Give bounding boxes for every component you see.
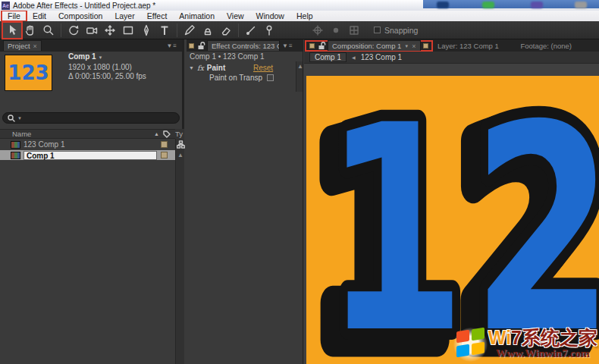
param-label: Paint on Transp xyxy=(209,74,262,82)
puppet-pin-tool-icon[interactable] xyxy=(260,23,278,38)
desktop-icon-blob xyxy=(575,2,587,8)
workspace: Project × ▼≡ 123 Comp 1 ▼ 1920 x 1080 (1… xyxy=(0,39,599,364)
menu-view[interactable]: View xyxy=(221,11,250,21)
toolbar-separator xyxy=(61,24,61,37)
fx-badge: fx xyxy=(197,64,204,72)
item-name-field[interactable]: Comp 1 xyxy=(24,151,157,160)
column-name[interactable]: Name xyxy=(12,130,31,138)
axis-mode-view-icon xyxy=(345,23,363,38)
label-color-swatch[interactable] xyxy=(161,152,168,158)
lock-icon[interactable] xyxy=(317,41,326,50)
app-icon: Ae xyxy=(2,2,10,10)
composition-panel: Composition: Comp 1 ▼ × Layer: 123 Comp … xyxy=(304,39,599,364)
rotation-tool-icon[interactable] xyxy=(64,23,83,38)
search-input[interactable]: ▼ xyxy=(2,112,180,124)
project-tabbar: Project × ▼≡ xyxy=(0,39,182,52)
scroll-up-icon[interactable]: ▲ xyxy=(297,63,303,70)
desktop-background-sliver xyxy=(423,0,599,8)
comp-artwork-123: 123 123 xyxy=(306,97,599,364)
snapping-checkbox[interactable] xyxy=(374,27,381,33)
lock-icon[interactable] xyxy=(196,41,205,50)
mask-shape-tool-icon[interactable] xyxy=(119,23,137,38)
brush-tool-icon[interactable] xyxy=(180,23,199,38)
menu-edit[interactable]: Edit xyxy=(27,11,52,21)
project-row-123-comp-1[interactable]: 123 Comp 1 xyxy=(0,140,175,149)
twirl-open-icon[interactable]: ▼ xyxy=(189,65,194,71)
panel-menu-icon[interactable]: ▼≡ xyxy=(166,42,177,49)
menu-effect[interactable]: Effect xyxy=(141,11,174,21)
pan-behind-tool-icon[interactable] xyxy=(101,23,119,38)
panel-grabber[interactable] xyxy=(423,43,428,49)
composition-thumbnail[interactable]: 123 xyxy=(5,55,52,91)
search-options-icon[interactable]: ▼ xyxy=(17,116,22,121)
watermark-text: Wi7系统之家 Www.Winwin7.com xyxy=(488,328,597,360)
label-color-swatch[interactable] xyxy=(161,141,168,148)
toolbar-separator xyxy=(238,24,239,37)
menu-file[interactable]: File xyxy=(2,11,27,21)
windows-logo-icon xyxy=(453,326,488,362)
close-icon[interactable]: × xyxy=(33,41,37,52)
close-icon[interactable]: × xyxy=(412,41,416,52)
tab-footage[interactable]: Footage: (none) xyxy=(520,42,572,50)
tab-project[interactable]: Project × xyxy=(3,40,42,51)
watermark: Wi7系统之家 Www.Winwin7.com xyxy=(453,326,597,362)
tab-composition[interactable]: Composition: Comp 1 ▼ × xyxy=(328,40,421,51)
selection-tool-icon[interactable] xyxy=(3,23,21,38)
effect-paint-row[interactable]: ▼ fx Paint Reset xyxy=(187,63,296,73)
breadcrumb-parent[interactable]: 123 Comp 1 xyxy=(361,53,402,61)
roto-brush-tool-icon[interactable] xyxy=(242,23,260,38)
composition-icon xyxy=(11,141,20,149)
panel-grabber[interactable] xyxy=(189,43,194,49)
eraser-tool-icon[interactable] xyxy=(217,23,235,38)
breadcrumb-arrow-icon: ◀ xyxy=(352,55,356,60)
desktop-icon-blob xyxy=(482,2,494,8)
panel-menu-icon[interactable]: ▼≡ xyxy=(282,42,293,49)
menu-window[interactable]: Window xyxy=(250,11,290,21)
menu-layer[interactable]: Layer xyxy=(108,11,140,21)
scroll-up-icon[interactable]: ▲ xyxy=(177,152,183,158)
toolbar-separator xyxy=(177,24,177,37)
chevron-down-icon[interactable]: ▼ xyxy=(404,41,409,52)
type-tool-icon[interactable] xyxy=(155,23,174,38)
desktop-icon-blob xyxy=(437,2,449,8)
snapping-label: Snapping xyxy=(384,26,418,35)
tab-effect-controls[interactable]: Effect Controls: 123 C xyxy=(207,40,280,51)
chevron-down-icon[interactable]: ▼ xyxy=(98,55,102,60)
project-column-headers[interactable]: Name ▲ xyxy=(0,129,175,139)
effect-controls-scrollbar[interactable]: ▲ xyxy=(296,61,303,92)
axis-mode-world-icon xyxy=(327,23,345,38)
camera-tool-icon[interactable] xyxy=(83,23,101,38)
panel-grabber[interactable] xyxy=(309,43,315,49)
project-row-comp-1[interactable]: Comp 1 xyxy=(0,150,175,160)
effect-name: Paint xyxy=(207,64,225,72)
menu-composition[interactable]: Composition xyxy=(52,11,108,21)
zoom-tool-icon[interactable] xyxy=(39,23,58,38)
hand-tool-icon[interactable] xyxy=(21,23,39,38)
composition-viewer[interactable]: 123 123 Wi7系统之家 xyxy=(304,64,599,364)
menu-animation[interactable]: Animation xyxy=(173,11,221,21)
desktop-icon-blob xyxy=(531,2,543,8)
effect-controls-panel: Effect Controls: 123 C ▼≡ Comp 1 • 123 C… xyxy=(187,39,303,364)
breadcrumb-current[interactable]: Comp 1 xyxy=(309,52,347,62)
clone-stamp-tool-icon[interactable] xyxy=(199,23,217,38)
composition-tabbar: Composition: Comp 1 ▼ × Layer: 123 Comp … xyxy=(304,39,599,52)
paint-on-transparent-checkbox[interactable] xyxy=(267,74,274,81)
project-panel: Project × ▼≡ 123 Comp 1 ▼ 1920 x 1080 (1… xyxy=(0,39,184,364)
composition-canvas[interactable]: 123 123 Wi7系统之家 xyxy=(306,76,599,364)
composition-breadcrumb: Comp 1 ◀ 123 Comp 1 xyxy=(304,52,599,64)
column-type[interactable]: Ty xyxy=(175,129,184,139)
tab-layer[interactable]: Layer: 123 Comp 1 xyxy=(437,42,499,50)
label-column-icon[interactable] xyxy=(162,130,171,138)
project-scrollbar[interactable]: ▲ xyxy=(175,139,184,364)
menu-help[interactable]: Help xyxy=(290,11,319,21)
reset-link[interactable]: Reset xyxy=(253,64,273,72)
watermark-brand-left: Wi xyxy=(488,327,511,348)
pen-tool-icon[interactable] xyxy=(137,23,155,38)
paint-on-transparent-row: Paint on Transp xyxy=(209,74,274,82)
watermark-url: Www.Winwin7.com xyxy=(488,347,597,360)
snapping-control[interactable]: Snapping xyxy=(374,26,418,35)
menu-bar: File Edit Composition Layer Effect Anima… xyxy=(0,11,599,21)
sort-icon: ▲ xyxy=(154,131,159,136)
effect-controls-tabbar: Effect Controls: 123 C ▼≡ xyxy=(187,39,303,52)
project-item-info: Comp 1 ▼ 1920 x 1080 (1.00) Δ 0:00:15:00… xyxy=(68,52,146,82)
